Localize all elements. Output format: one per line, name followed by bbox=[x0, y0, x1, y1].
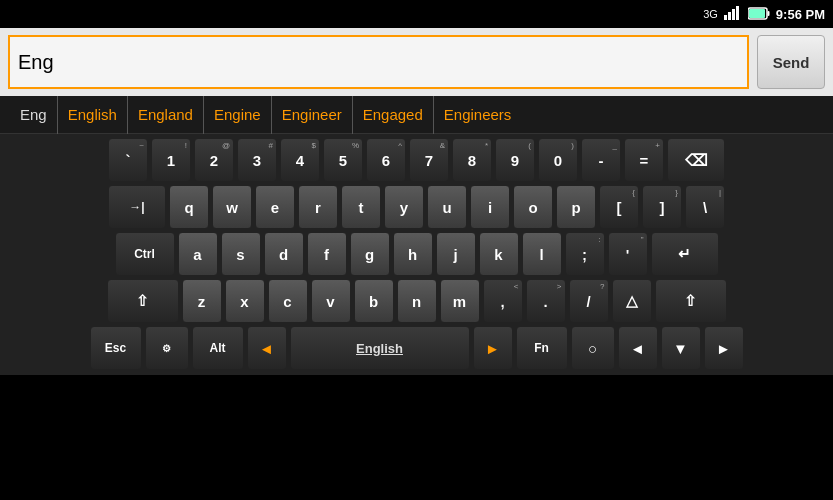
key-8[interactable]: *8 bbox=[452, 138, 492, 182]
bottom-row: Esc ⚙ Alt ◄ English ► Fn ○ ◄ ▼ ► bbox=[4, 326, 829, 370]
key-quote[interactable]: "' bbox=[608, 232, 648, 276]
key-k[interactable]: k bbox=[479, 232, 519, 276]
autocomplete-item-1[interactable]: English bbox=[58, 96, 128, 134]
key-y[interactable]: y bbox=[384, 185, 424, 229]
autocomplete-bar: Eng English England Engine Engineer Enga… bbox=[0, 96, 833, 134]
key-m[interactable]: m bbox=[440, 279, 480, 323]
input-area: Send bbox=[0, 28, 833, 96]
key-2[interactable]: @2 bbox=[194, 138, 234, 182]
key-h[interactable]: h bbox=[393, 232, 433, 276]
language-label: English bbox=[356, 341, 403, 356]
key-7[interactable]: &7 bbox=[409, 138, 449, 182]
key-backtick[interactable]: ~` bbox=[108, 138, 148, 182]
key-d[interactable]: d bbox=[264, 232, 304, 276]
key-ctrl[interactable]: Ctrl bbox=[115, 232, 175, 276]
key-f[interactable]: f bbox=[307, 232, 347, 276]
autocomplete-item-5[interactable]: Engaged bbox=[353, 96, 434, 134]
key-i[interactable]: i bbox=[470, 185, 510, 229]
key-tab[interactable]: →| bbox=[108, 185, 166, 229]
autocomplete-item-3[interactable]: Engine bbox=[204, 96, 272, 134]
key-b[interactable]: b bbox=[354, 279, 394, 323]
key-settings[interactable]: ⚙ bbox=[145, 326, 189, 370]
key-shift-left[interactable]: ⇧ bbox=[107, 279, 179, 323]
svg-rect-5 bbox=[767, 11, 769, 16]
svg-rect-1 bbox=[728, 12, 731, 20]
key-0[interactable]: )0 bbox=[538, 138, 578, 182]
backspace-key[interactable]: ⌫ bbox=[667, 138, 725, 182]
key-minus[interactable]: _- bbox=[581, 138, 621, 182]
autocomplete-item-6[interactable]: Engineers bbox=[434, 96, 522, 134]
key-triangle-up[interactable]: △ bbox=[612, 279, 652, 323]
key-x[interactable]: x bbox=[225, 279, 265, 323]
key-comma[interactable]: <, bbox=[483, 279, 523, 323]
text-input[interactable] bbox=[8, 35, 749, 89]
key-g[interactable]: g bbox=[350, 232, 390, 276]
key-r[interactable]: r bbox=[298, 185, 338, 229]
svg-rect-0 bbox=[724, 15, 727, 20]
key-backslash[interactable]: |\ bbox=[685, 185, 725, 229]
key-nav-down[interactable]: ▼ bbox=[661, 326, 701, 370]
key-fn[interactable]: Fn bbox=[516, 326, 568, 370]
key-shift-right[interactable]: ⇧ bbox=[655, 279, 727, 323]
svg-rect-2 bbox=[732, 9, 735, 20]
keyboard: ~` !1 @2 #3 $4 %5 ^6 &7 *8 (9 )0 _- += ⌫… bbox=[0, 134, 833, 375]
key-l[interactable]: l bbox=[522, 232, 562, 276]
autocomplete-item-4[interactable]: Engineer bbox=[272, 96, 353, 134]
key-5[interactable]: %5 bbox=[323, 138, 363, 182]
key-nav-left[interactable]: ◄ bbox=[618, 326, 658, 370]
clock: 9:56 PM bbox=[776, 7, 825, 22]
key-a[interactable]: a bbox=[178, 232, 218, 276]
key-6[interactable]: ^6 bbox=[366, 138, 406, 182]
key-bracket-open[interactable]: {[ bbox=[599, 185, 639, 229]
key-4[interactable]: $4 bbox=[280, 138, 320, 182]
key-z[interactable]: z bbox=[182, 279, 222, 323]
key-n[interactable]: n bbox=[397, 279, 437, 323]
settings-icon: ⚙ bbox=[162, 343, 171, 354]
autocomplete-item-0[interactable]: Eng bbox=[10, 96, 58, 134]
number-row: ~` !1 @2 #3 $4 %5 ^6 &7 *8 (9 )0 _- += ⌫ bbox=[4, 138, 829, 182]
key-9[interactable]: (9 bbox=[495, 138, 535, 182]
key-period[interactable]: >. bbox=[526, 279, 566, 323]
backspace-icon: ⌫ bbox=[685, 151, 708, 170]
svg-rect-6 bbox=[749, 9, 765, 18]
key-w[interactable]: w bbox=[212, 185, 252, 229]
key-lang-prev[interactable]: ◄ bbox=[247, 326, 287, 370]
key-u[interactable]: u bbox=[427, 185, 467, 229]
battery-icon bbox=[748, 7, 770, 22]
key-s[interactable]: s bbox=[221, 232, 261, 276]
key-equals[interactable]: += bbox=[624, 138, 664, 182]
3g-icon: 3G bbox=[703, 8, 718, 20]
key-circle[interactable]: ○ bbox=[571, 326, 615, 370]
key-q[interactable]: q bbox=[169, 185, 209, 229]
key-space[interactable]: English bbox=[290, 326, 470, 370]
signal-icon bbox=[724, 6, 742, 22]
key-1[interactable]: !1 bbox=[151, 138, 191, 182]
key-enter[interactable]: ↵ bbox=[651, 232, 719, 276]
key-o[interactable]: o bbox=[513, 185, 553, 229]
key-bracket-close[interactable]: }] bbox=[642, 185, 682, 229]
zxcv-row: ⇧ z x c v b n m <, >. ?/ △ ⇧ bbox=[4, 279, 829, 323]
send-button[interactable]: Send bbox=[757, 35, 825, 89]
key-j[interactable]: j bbox=[436, 232, 476, 276]
qwerty-row: →| q w e r t y u i o p {[ }] |\ bbox=[4, 185, 829, 229]
key-lang-next[interactable]: ► bbox=[473, 326, 513, 370]
key-t[interactable]: t bbox=[341, 185, 381, 229]
key-e[interactable]: e bbox=[255, 185, 295, 229]
autocomplete-item-2[interactable]: England bbox=[128, 96, 204, 134]
key-p[interactable]: p bbox=[556, 185, 596, 229]
key-v[interactable]: v bbox=[311, 279, 351, 323]
status-bar: 3G 9:56 PM bbox=[0, 0, 833, 28]
key-semicolon[interactable]: :; bbox=[565, 232, 605, 276]
svg-rect-3 bbox=[736, 6, 739, 20]
asdf-row: Ctrl a s d f g h j k l :; "' ↵ bbox=[4, 232, 829, 276]
key-alt[interactable]: Alt bbox=[192, 326, 244, 370]
key-nav-right[interactable]: ► bbox=[704, 326, 744, 370]
key-3[interactable]: #3 bbox=[237, 138, 277, 182]
key-slash[interactable]: ?/ bbox=[569, 279, 609, 323]
key-esc[interactable]: Esc bbox=[90, 326, 142, 370]
key-c[interactable]: c bbox=[268, 279, 308, 323]
